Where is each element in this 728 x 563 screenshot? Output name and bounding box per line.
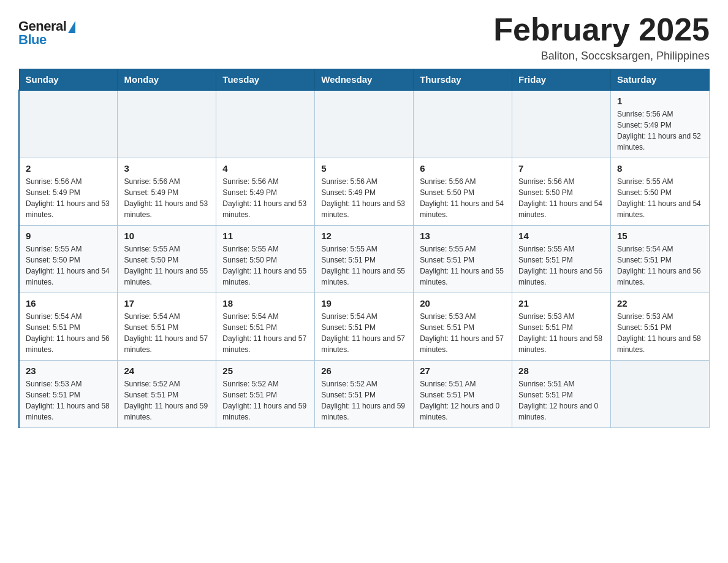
day-info: Sunrise: 5:52 AMSunset: 5:51 PMDaylight:… (321, 378, 407, 423)
day-number: 28 (518, 366, 604, 376)
day-info: Sunrise: 5:55 AMSunset: 5:50 PMDaylight:… (26, 243, 111, 288)
calendar-week-row: 9Sunrise: 5:55 AMSunset: 5:50 PMDaylight… (19, 226, 710, 293)
day-info: Sunrise: 5:51 AMSunset: 5:51 PMDaylight:… (518, 378, 604, 423)
day-number: 7 (518, 163, 604, 174)
calendar-cell: 5Sunrise: 5:56 AMSunset: 5:49 PMDaylight… (315, 158, 414, 226)
day-info: Sunrise: 5:56 AMSunset: 5:49 PMDaylight:… (26, 176, 111, 220)
calendar-cell: 9Sunrise: 5:55 AMSunset: 5:50 PMDaylight… (19, 226, 118, 293)
day-number: 8 (617, 163, 703, 174)
weekday-header-monday: Monday (118, 69, 216, 91)
calendar-cell: 15Sunrise: 5:54 AMSunset: 5:51 PMDayligh… (611, 226, 710, 293)
weekday-header-thursday: Thursday (414, 69, 512, 91)
calendar-cell: 25Sunrise: 5:52 AMSunset: 5:51 PMDayligh… (216, 361, 315, 428)
day-info: Sunrise: 5:55 AMSunset: 5:50 PMDaylight:… (617, 176, 703, 220)
day-info: Sunrise: 5:56 AMSunset: 5:50 PMDaylight:… (518, 176, 604, 220)
day-info: Sunrise: 5:54 AMSunset: 5:51 PMDaylight:… (222, 311, 308, 355)
day-number: 18 (222, 298, 308, 308)
calendar-cell (512, 90, 611, 158)
page-header: General Blue February 2025 Baliton, Socc… (18, 12, 710, 63)
calendar-cell (118, 90, 216, 158)
calendar-cell (216, 90, 315, 158)
calendar-week-row: 2Sunrise: 5:56 AMSunset: 5:49 PMDaylight… (19, 158, 710, 226)
calendar-cell: 8Sunrise: 5:55 AMSunset: 5:50 PMDaylight… (611, 158, 710, 226)
day-info: Sunrise: 5:51 AMSunset: 5:51 PMDaylight:… (420, 378, 506, 423)
weekday-header-sunday: Sunday (19, 69, 118, 91)
calendar-cell: 20Sunrise: 5:53 AMSunset: 5:51 PMDayligh… (414, 293, 512, 361)
weekday-header-saturday: Saturday (611, 69, 710, 91)
day-number: 21 (518, 298, 604, 308)
day-info: Sunrise: 5:52 AMSunset: 5:51 PMDaylight:… (124, 378, 210, 423)
calendar-cell: 17Sunrise: 5:54 AMSunset: 5:51 PMDayligh… (118, 293, 216, 361)
day-info: Sunrise: 5:55 AMSunset: 5:51 PMDaylight:… (518, 243, 604, 288)
day-number: 5 (321, 163, 407, 174)
weekday-header-wednesday: Wednesday (315, 69, 414, 91)
day-number: 2 (26, 163, 111, 174)
calendar-cell: 19Sunrise: 5:54 AMSunset: 5:51 PMDayligh… (315, 293, 414, 361)
calendar-cell: 10Sunrise: 5:55 AMSunset: 5:50 PMDayligh… (118, 226, 216, 293)
calendar-cell (611, 361, 710, 428)
day-info: Sunrise: 5:53 AMSunset: 5:51 PMDaylight:… (420, 311, 506, 355)
day-info: Sunrise: 5:55 AMSunset: 5:50 PMDaylight:… (222, 243, 308, 288)
calendar-cell: 22Sunrise: 5:53 AMSunset: 5:51 PMDayligh… (611, 293, 710, 361)
day-number: 24 (124, 366, 210, 376)
calendar-header: SundayMondayTuesdayWednesdayThursdayFrid… (19, 69, 710, 91)
day-number: 17 (124, 298, 210, 308)
calendar-cell: 26Sunrise: 5:52 AMSunset: 5:51 PMDayligh… (315, 361, 414, 428)
calendar-cell (414, 90, 512, 158)
day-info: Sunrise: 5:54 AMSunset: 5:51 PMDaylight:… (617, 243, 703, 288)
day-number: 25 (222, 366, 308, 376)
day-number: 26 (321, 366, 407, 376)
calendar-cell (19, 90, 118, 158)
calendar-cell: 6Sunrise: 5:56 AMSunset: 5:50 PMDaylight… (414, 158, 512, 226)
day-number: 15 (617, 231, 703, 241)
title-block: February 2025 Baliton, Soccsksargen, Phi… (493, 12, 710, 63)
day-number: 9 (26, 231, 111, 241)
day-number: 11 (222, 231, 308, 241)
calendar-week-row: 1Sunrise: 5:56 AMSunset: 5:49 PMDaylight… (19, 90, 710, 158)
day-number: 19 (321, 298, 407, 308)
calendar-cell: 18Sunrise: 5:54 AMSunset: 5:51 PMDayligh… (216, 293, 315, 361)
day-info: Sunrise: 5:56 AMSunset: 5:49 PMDaylight:… (617, 109, 703, 153)
calendar-cell: 11Sunrise: 5:55 AMSunset: 5:50 PMDayligh… (216, 226, 315, 293)
calendar-week-row: 16Sunrise: 5:54 AMSunset: 5:51 PMDayligh… (19, 293, 710, 361)
day-number: 23 (26, 366, 111, 376)
calendar-cell (315, 90, 414, 158)
day-number: 4 (222, 163, 308, 174)
day-info: Sunrise: 5:53 AMSunset: 5:51 PMDaylight:… (518, 311, 604, 355)
calendar-body: 1Sunrise: 5:56 AMSunset: 5:49 PMDaylight… (19, 90, 710, 428)
calendar-cell: 13Sunrise: 5:55 AMSunset: 5:51 PMDayligh… (414, 226, 512, 293)
day-info: Sunrise: 5:55 AMSunset: 5:51 PMDaylight:… (321, 243, 407, 288)
day-number: 10 (124, 231, 210, 241)
calendar-cell: 4Sunrise: 5:56 AMSunset: 5:49 PMDaylight… (216, 158, 315, 226)
calendar-table: SundayMondayTuesdayWednesdayThursdayFrid… (18, 69, 710, 428)
day-number: 3 (124, 163, 210, 174)
day-info: Sunrise: 5:54 AMSunset: 5:51 PMDaylight:… (124, 311, 210, 355)
day-number: 27 (420, 366, 506, 376)
calendar-cell: 1Sunrise: 5:56 AMSunset: 5:49 PMDaylight… (611, 90, 710, 158)
logo: General Blue (18, 18, 75, 48)
calendar-cell: 24Sunrise: 5:52 AMSunset: 5:51 PMDayligh… (118, 361, 216, 428)
location-subtitle: Baliton, Soccsksargen, Philippines (493, 50, 710, 63)
calendar-cell: 2Sunrise: 5:56 AMSunset: 5:49 PMDaylight… (19, 158, 118, 226)
day-number: 6 (420, 163, 506, 174)
day-info: Sunrise: 5:52 AMSunset: 5:51 PMDaylight:… (222, 378, 308, 423)
calendar-cell: 14Sunrise: 5:55 AMSunset: 5:51 PMDayligh… (512, 226, 611, 293)
day-info: Sunrise: 5:53 AMSunset: 5:51 PMDaylight:… (617, 311, 703, 355)
calendar-cell: 12Sunrise: 5:55 AMSunset: 5:51 PMDayligh… (315, 226, 414, 293)
day-number: 14 (518, 231, 604, 241)
calendar-cell: 3Sunrise: 5:56 AMSunset: 5:49 PMDaylight… (118, 158, 216, 226)
weekday-header-tuesday: Tuesday (216, 69, 315, 91)
day-info: Sunrise: 5:54 AMSunset: 5:51 PMDaylight:… (26, 311, 111, 355)
logo-triangle-icon (68, 21, 75, 33)
day-info: Sunrise: 5:56 AMSunset: 5:49 PMDaylight:… (321, 176, 407, 220)
calendar-cell: 28Sunrise: 5:51 AMSunset: 5:51 PMDayligh… (512, 361, 611, 428)
day-info: Sunrise: 5:55 AMSunset: 5:51 PMDaylight:… (420, 243, 506, 288)
day-number: 20 (420, 298, 506, 308)
logo-blue-text: Blue (18, 32, 47, 48)
calendar-cell: 23Sunrise: 5:53 AMSunset: 5:51 PMDayligh… (19, 361, 118, 428)
weekday-header-row: SundayMondayTuesdayWednesdayThursdayFrid… (19, 69, 710, 91)
day-info: Sunrise: 5:55 AMSunset: 5:50 PMDaylight:… (124, 243, 210, 288)
calendar-cell: 7Sunrise: 5:56 AMSunset: 5:50 PMDaylight… (512, 158, 611, 226)
day-info: Sunrise: 5:56 AMSunset: 5:49 PMDaylight:… (124, 176, 210, 220)
day-number: 12 (321, 231, 407, 241)
